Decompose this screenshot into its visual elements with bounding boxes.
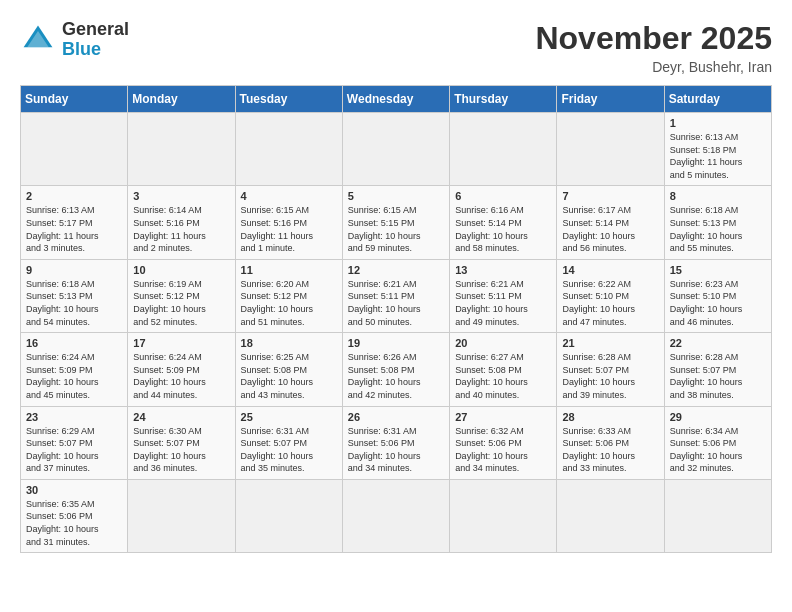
calendar-day-cell: 7Sunrise: 6:17 AM Sunset: 5:14 PM Daylig…: [557, 186, 664, 259]
calendar-day-cell: 13Sunrise: 6:21 AM Sunset: 5:11 PM Dayli…: [450, 259, 557, 332]
calendar-table: SundayMondayTuesdayWednesdayThursdayFrid…: [20, 85, 772, 553]
day-info: Sunrise: 6:18 AM Sunset: 5:13 PM Dayligh…: [26, 278, 122, 328]
day-info: Sunrise: 6:23 AM Sunset: 5:10 PM Dayligh…: [670, 278, 766, 328]
day-number: 13: [455, 264, 551, 276]
day-number: 3: [133, 190, 229, 202]
calendar-day-cell: [557, 479, 664, 552]
day-number: 10: [133, 264, 229, 276]
calendar-week-row: 30Sunrise: 6:35 AM Sunset: 5:06 PM Dayli…: [21, 479, 772, 552]
calendar-day-cell: [235, 113, 342, 186]
location: Deyr, Bushehr, Iran: [535, 59, 772, 75]
calendar-day-cell: [450, 479, 557, 552]
day-info: Sunrise: 6:18 AM Sunset: 5:13 PM Dayligh…: [670, 204, 766, 254]
day-number: 21: [562, 337, 658, 349]
day-number: 20: [455, 337, 551, 349]
calendar-day-cell: 26Sunrise: 6:31 AM Sunset: 5:06 PM Dayli…: [342, 406, 449, 479]
calendar-day-cell: 4Sunrise: 6:15 AM Sunset: 5:16 PM Daylig…: [235, 186, 342, 259]
day-info: Sunrise: 6:30 AM Sunset: 5:07 PM Dayligh…: [133, 425, 229, 475]
calendar-day-cell: [128, 479, 235, 552]
day-info: Sunrise: 6:34 AM Sunset: 5:06 PM Dayligh…: [670, 425, 766, 475]
calendar-day-cell: 9Sunrise: 6:18 AM Sunset: 5:13 PM Daylig…: [21, 259, 128, 332]
day-number: 6: [455, 190, 551, 202]
calendar-day-cell: 11Sunrise: 6:20 AM Sunset: 5:12 PM Dayli…: [235, 259, 342, 332]
calendar-day-cell: 20Sunrise: 6:27 AM Sunset: 5:08 PM Dayli…: [450, 333, 557, 406]
day-info: Sunrise: 6:19 AM Sunset: 5:12 PM Dayligh…: [133, 278, 229, 328]
calendar-day-cell: 1Sunrise: 6:13 AM Sunset: 5:18 PM Daylig…: [664, 113, 771, 186]
day-of-week-header: Saturday: [664, 86, 771, 113]
day-info: Sunrise: 6:31 AM Sunset: 5:07 PM Dayligh…: [241, 425, 337, 475]
calendar-day-cell: 25Sunrise: 6:31 AM Sunset: 5:07 PM Dayli…: [235, 406, 342, 479]
logo: General Blue: [20, 20, 129, 60]
day-number: 19: [348, 337, 444, 349]
day-info: Sunrise: 6:25 AM Sunset: 5:08 PM Dayligh…: [241, 351, 337, 401]
day-info: Sunrise: 6:16 AM Sunset: 5:14 PM Dayligh…: [455, 204, 551, 254]
calendar-day-cell: [342, 113, 449, 186]
calendar-day-cell: 8Sunrise: 6:18 AM Sunset: 5:13 PM Daylig…: [664, 186, 771, 259]
day-info: Sunrise: 6:26 AM Sunset: 5:08 PM Dayligh…: [348, 351, 444, 401]
day-info: Sunrise: 6:20 AM Sunset: 5:12 PM Dayligh…: [241, 278, 337, 328]
day-number: 7: [562, 190, 658, 202]
day-info: Sunrise: 6:24 AM Sunset: 5:09 PM Dayligh…: [26, 351, 122, 401]
calendar-day-cell: 17Sunrise: 6:24 AM Sunset: 5:09 PM Dayli…: [128, 333, 235, 406]
calendar-day-cell: [21, 113, 128, 186]
day-of-week-header: Wednesday: [342, 86, 449, 113]
day-number: 17: [133, 337, 229, 349]
day-info: Sunrise: 6:24 AM Sunset: 5:09 PM Dayligh…: [133, 351, 229, 401]
calendar-day-cell: 28Sunrise: 6:33 AM Sunset: 5:06 PM Dayli…: [557, 406, 664, 479]
calendar-day-cell: 2Sunrise: 6:13 AM Sunset: 5:17 PM Daylig…: [21, 186, 128, 259]
day-of-week-header: Tuesday: [235, 86, 342, 113]
day-info: Sunrise: 6:13 AM Sunset: 5:17 PM Dayligh…: [26, 204, 122, 254]
day-number: 30: [26, 484, 122, 496]
day-number: 5: [348, 190, 444, 202]
calendar-day-cell: [235, 479, 342, 552]
calendar-week-row: 1Sunrise: 6:13 AM Sunset: 5:18 PM Daylig…: [21, 113, 772, 186]
day-of-week-header: Thursday: [450, 86, 557, 113]
calendar-day-cell: [450, 113, 557, 186]
day-number: 9: [26, 264, 122, 276]
day-number: 18: [241, 337, 337, 349]
calendar-week-row: 2Sunrise: 6:13 AM Sunset: 5:17 PM Daylig…: [21, 186, 772, 259]
calendar-day-cell: [128, 113, 235, 186]
logo-icon: [20, 22, 56, 58]
calendar-week-row: 23Sunrise: 6:29 AM Sunset: 5:07 PM Dayli…: [21, 406, 772, 479]
calendar-day-cell: 21Sunrise: 6:28 AM Sunset: 5:07 PM Dayli…: [557, 333, 664, 406]
day-number: 29: [670, 411, 766, 423]
day-info: Sunrise: 6:28 AM Sunset: 5:07 PM Dayligh…: [670, 351, 766, 401]
day-info: Sunrise: 6:15 AM Sunset: 5:16 PM Dayligh…: [241, 204, 337, 254]
calendar-day-cell: 30Sunrise: 6:35 AM Sunset: 5:06 PM Dayli…: [21, 479, 128, 552]
day-number: 14: [562, 264, 658, 276]
day-info: Sunrise: 6:14 AM Sunset: 5:16 PM Dayligh…: [133, 204, 229, 254]
day-info: Sunrise: 6:13 AM Sunset: 5:18 PM Dayligh…: [670, 131, 766, 181]
day-number: 25: [241, 411, 337, 423]
calendar-day-cell: 19Sunrise: 6:26 AM Sunset: 5:08 PM Dayli…: [342, 333, 449, 406]
calendar-day-cell: 23Sunrise: 6:29 AM Sunset: 5:07 PM Dayli…: [21, 406, 128, 479]
calendar-day-cell: 22Sunrise: 6:28 AM Sunset: 5:07 PM Dayli…: [664, 333, 771, 406]
calendar-day-cell: 3Sunrise: 6:14 AM Sunset: 5:16 PM Daylig…: [128, 186, 235, 259]
day-number: 27: [455, 411, 551, 423]
day-info: Sunrise: 6:29 AM Sunset: 5:07 PM Dayligh…: [26, 425, 122, 475]
calendar-day-cell: [557, 113, 664, 186]
calendar-week-row: 9Sunrise: 6:18 AM Sunset: 5:13 PM Daylig…: [21, 259, 772, 332]
day-info: Sunrise: 6:21 AM Sunset: 5:11 PM Dayligh…: [348, 278, 444, 328]
day-number: 8: [670, 190, 766, 202]
day-of-week-header: Monday: [128, 86, 235, 113]
day-info: Sunrise: 6:15 AM Sunset: 5:15 PM Dayligh…: [348, 204, 444, 254]
calendar-day-cell: [342, 479, 449, 552]
month-title: November 2025: [535, 20, 772, 57]
day-number: 22: [670, 337, 766, 349]
logo-general: General: [62, 19, 129, 39]
day-info: Sunrise: 6:33 AM Sunset: 5:06 PM Dayligh…: [562, 425, 658, 475]
calendar-day-cell: 5Sunrise: 6:15 AM Sunset: 5:15 PM Daylig…: [342, 186, 449, 259]
calendar-day-cell: 12Sunrise: 6:21 AM Sunset: 5:11 PM Dayli…: [342, 259, 449, 332]
day-info: Sunrise: 6:17 AM Sunset: 5:14 PM Dayligh…: [562, 204, 658, 254]
logo-blue: Blue: [62, 39, 101, 59]
day-info: Sunrise: 6:32 AM Sunset: 5:06 PM Dayligh…: [455, 425, 551, 475]
calendar-day-cell: 18Sunrise: 6:25 AM Sunset: 5:08 PM Dayli…: [235, 333, 342, 406]
day-number: 2: [26, 190, 122, 202]
day-number: 16: [26, 337, 122, 349]
calendar-week-row: 16Sunrise: 6:24 AM Sunset: 5:09 PM Dayli…: [21, 333, 772, 406]
day-info: Sunrise: 6:28 AM Sunset: 5:07 PM Dayligh…: [562, 351, 658, 401]
day-number: 23: [26, 411, 122, 423]
calendar-day-cell: [664, 479, 771, 552]
calendar-day-cell: 16Sunrise: 6:24 AM Sunset: 5:09 PM Dayli…: [21, 333, 128, 406]
